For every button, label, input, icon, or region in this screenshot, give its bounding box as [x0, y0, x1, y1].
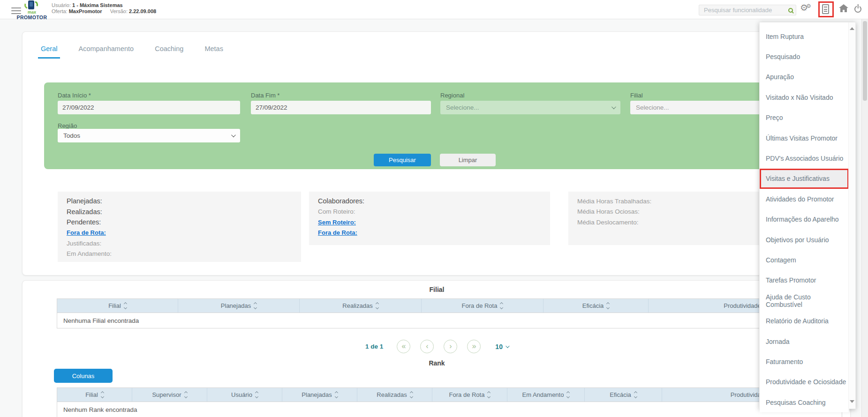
sort-icon[interactable] [185, 392, 187, 398]
tables-card: Filial Filial Planejadas Realizadas Fora… [22, 280, 851, 417]
sort-icon[interactable] [376, 303, 378, 309]
sort-icon[interactable] [254, 303, 257, 309]
data-fim-label: Data Fim * [251, 92, 279, 99]
page-size-select[interactable]: 10 [495, 343, 508, 350]
column-label: Supervisor [152, 391, 181, 398]
sort-icon[interactable] [488, 392, 490, 398]
data-inicio-label: Data Início * [58, 92, 91, 99]
column-label: Realizadas [342, 302, 372, 309]
menu-item-tarefas-promotor[interactable]: Tarefas Promotor [760, 270, 849, 290]
menu-item-relatorio-de-auditoria[interactable]: Relatório de Auditoria [760, 311, 849, 331]
menu-item-objetivos-por-usuario[interactable]: Objetivos por Usuário [760, 230, 849, 250]
column-header-fora-de-rota[interactable]: Fora de Rota [432, 388, 507, 402]
colaboradores-stat: Colaboradores: [318, 196, 550, 207]
menu-item-pesquisado[interactable]: Pesquisado [760, 46, 849, 67]
last-page-button[interactable]: » [467, 340, 481, 353]
sort-icon[interactable] [335, 392, 338, 398]
menu-item-produtividade-e-ociosidade[interactable]: Produtividade e Ociosidade [760, 372, 849, 392]
filial-table-empty-row: Nenhuma Filial encontrada [57, 313, 842, 328]
sem-roteiro-link[interactable]: Sem Roteiro: [318, 219, 356, 226]
column-header-em-andamento[interactable]: Em Andamento [507, 388, 585, 402]
search-input[interactable] [699, 7, 788, 14]
limpar-button[interactable]: Limpar [440, 154, 496, 166]
column-header-eficacia[interactable]: Eficácia [585, 388, 662, 402]
regiao-select[interactable]: Todos [58, 129, 240, 142]
menu-item-contagem[interactable]: Contagem [760, 250, 849, 270]
column-header-filial[interactable]: Filial [57, 388, 132, 402]
tab-geral[interactable]: Geral [38, 45, 60, 59]
page-scrollbar-thumb[interactable] [863, 21, 867, 101]
fora-de-rota-link[interactable]: Fora de Rota: [318, 229, 357, 236]
menu-item-informacoes-do-aparelho[interactable]: Informações do Aparelho [760, 209, 849, 230]
menu-item-ultimas-visitas-promotor[interactable]: Últimas Visitas Promotor [760, 128, 849, 148]
scroll-up-icon[interactable] [850, 27, 854, 30]
menu-item-faturamento[interactable]: Faturamento [760, 351, 849, 372]
column-header-realizadas[interactable]: Realizadas [357, 388, 432, 402]
filial-pagination: 1 de 1 « ‹ › » 10 [23, 340, 851, 353]
menu-item-pesquisas-coaching[interactable]: Pesquisas Coaching [760, 392, 849, 412]
regional-select[interactable]: Selecione... [440, 101, 620, 114]
chevron-down-icon [231, 133, 236, 137]
sort-icon[interactable] [607, 303, 609, 309]
column-header-planejadas[interactable]: Planejadas [178, 299, 300, 313]
logo-phone-icon [22, 0, 42, 10]
data-inicio-input[interactable] [58, 101, 240, 114]
next-page-button[interactable]: › [444, 340, 457, 353]
page-scrollbar[interactable] [861, 19, 868, 417]
column-header-eficacia[interactable]: Eficácia [543, 299, 649, 313]
justificadas-stat: Justificadas: [67, 238, 301, 249]
sort-icon[interactable] [101, 392, 104, 398]
tab-coaching[interactable]: Coaching [152, 45, 186, 59]
menu-item-atividades-do-promotor[interactable]: Atividades do Promotor [760, 189, 849, 209]
menu-scrollbar[interactable] [848, 22, 855, 409]
scroll-down-icon[interactable] [850, 400, 854, 403]
offer-value: MaxPromotor [69, 8, 102, 14]
filial-select-value: Selecione... [636, 104, 669, 111]
reports-menu-icon[interactable] [822, 4, 829, 14]
column-label: Usuário [231, 391, 252, 398]
column-header-realizadas[interactable]: Realizadas [300, 299, 422, 313]
logo-text-promotor: PROMOTOR [14, 15, 50, 20]
menu-item-visitado-x-nao-visitado[interactable]: Visitado x Não Visitado [760, 87, 849, 107]
tab-acompanhamento[interactable]: Acompanhamento [75, 45, 136, 59]
menu-item-item-ruptura[interactable]: Item Ruptura [760, 26, 849, 46]
tab-metas[interactable]: Metas [202, 45, 226, 59]
data-fim-input[interactable] [251, 101, 431, 114]
home-icon[interactable] [839, 4, 848, 13]
column-header-filial[interactable]: Filial [57, 299, 178, 313]
settings-gears-icon[interactable]: ⚙⚙ [800, 3, 808, 12]
menu-item-preco[interactable]: Preço [760, 108, 849, 128]
pesquisar-button[interactable]: Pesquisar [374, 154, 431, 166]
menu-item-jornada[interactable]: Jornada [760, 331, 849, 351]
prev-page-button[interactable]: ‹ [420, 340, 434, 353]
search-icon[interactable] [788, 8, 793, 13]
column-header-planejadas[interactable]: Planejadas [282, 388, 357, 402]
sort-icon[interactable] [500, 303, 503, 309]
menu-item-visitas-e-justificativas[interactable]: Visitas e Justificativas [760, 169, 849, 189]
version-label: Versão: [110, 8, 128, 14]
tab-bar: Geral Acompanhamento Coaching Metas [38, 45, 226, 59]
sort-icon[interactable] [567, 392, 569, 398]
sort-icon[interactable] [634, 392, 637, 398]
menu-item-ajuda-de-custo-combustivel[interactable]: Ajuda de Custo Combustível [760, 290, 849, 311]
general-card: Geral Acompanhamento Coaching Metas Data… [22, 31, 851, 276]
rank-table-empty-row: Nenhum Rank encontrada [57, 402, 842, 417]
column-label: Em Andamento [522, 391, 564, 398]
column-header-fora-de-rota[interactable]: Fora de Rota [422, 299, 543, 313]
menu-item-pdvs-associados-usuario[interactable]: PDV's Associados Usuário [760, 148, 849, 168]
logout-power-icon[interactable] [854, 6, 861, 13]
first-page-button[interactable]: « [397, 340, 410, 353]
column-header-supervisor[interactable]: Supervisor [132, 388, 207, 402]
sort-icon[interactable] [410, 392, 413, 398]
column-header-usuario[interactable]: Usuário [207, 388, 282, 402]
filial-table-title: Filial [23, 286, 851, 293]
colunas-button[interactable]: Colunas [54, 369, 113, 383]
fora-de-rota-link[interactable]: Fora de Rota: [67, 229, 106, 236]
filial-label: Filial [630, 92, 643, 99]
sort-icon[interactable] [124, 303, 127, 309]
sort-icon[interactable] [256, 392, 258, 398]
menu-item-apuracao[interactable]: Apuração [760, 67, 849, 87]
version-value: 2.22.09.008 [129, 8, 156, 14]
column-label: Planejadas [221, 302, 251, 309]
column-label: Filial [108, 302, 121, 309]
